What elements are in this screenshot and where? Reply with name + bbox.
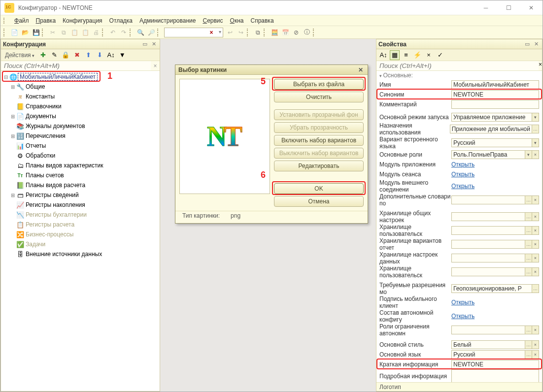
tree-item[interactable]: 📊Отчеты <box>1 141 160 151</box>
clear-field-icon[interactable]: × <box>532 254 539 262</box>
ellipsis-icon[interactable]: … <box>525 326 532 334</box>
tree-item[interactable]: 📋Регистры расчета <box>1 220 160 229</box>
tree-item[interactable]: 🗄Внешние источники данных <box>1 249 160 259</box>
menu-admin[interactable]: Администрирование <box>136 17 199 24</box>
cancel-button[interactable]: Отмена <box>274 196 364 207</box>
prop-group-main[interactable]: Основные: <box>376 71 542 80</box>
up-icon[interactable]: ⬆ <box>83 50 93 60</box>
save-icon[interactable]: 💾 <box>31 28 41 37</box>
ellipsis-icon[interactable]: … <box>525 254 532 262</box>
down-icon[interactable]: ⬇ <box>95 50 104 60</box>
tree-item[interactable]: ТтПланы счетов <box>1 170 160 180</box>
edit-button[interactable]: Редактировать <box>274 161 364 171</box>
categories-icon[interactable]: ▦ <box>390 50 400 60</box>
tree-item[interactable]: 📗Планы видов расчета <box>1 180 160 190</box>
props-search-input[interactable] <box>376 61 539 70</box>
main-style-field[interactable]: Белый <box>451 340 525 349</box>
calc-icon[interactable]: 🧮 <box>270 28 279 37</box>
paste2-icon[interactable]: 📋 <box>80 28 90 37</box>
store-data-field[interactable] <box>451 254 525 262</box>
open-auto-config-link[interactable]: Открыть <box>451 313 475 320</box>
auto-roles-field[interactable] <box>451 326 525 334</box>
store-common-field[interactable] <box>451 212 525 221</box>
mobile-perms-field[interactable]: Геопозиционирование, Р <box>451 284 532 293</box>
main-roles-field[interactable]: Роль.ПолныеПрава <box>451 150 525 159</box>
tree-item[interactable]: 🔀Бизнес-процессы <box>1 229 160 239</box>
tree-item[interactable]: ⊞🗃Регистры сведений <box>1 190 160 200</box>
chevron-down-icon[interactable]: ▾ <box>525 150 532 159</box>
nav-fwd-icon[interactable]: ↪ <box>236 28 246 37</box>
comment-field[interactable] <box>451 100 539 109</box>
sort-icon[interactable]: A↕ <box>106 50 116 60</box>
tree-item[interactable]: πКонстанты <box>1 92 160 101</box>
tree-item[interactable]: ⊞🔧Общие <box>1 82 160 92</box>
menu-help[interactable]: Справка <box>247 17 276 24</box>
menu-windows[interactable]: Окна <box>227 17 247 24</box>
clear-field-icon[interactable]: × <box>532 267 539 276</box>
ellipsis-icon[interactable]: … <box>525 350 532 359</box>
menu-debug[interactable]: Отладка <box>106 17 136 24</box>
ok-button[interactable]: OK <box>274 183 364 194</box>
search-clear-icon[interactable]: × <box>151 61 160 70</box>
menu-service[interactable]: Сервис <box>200 17 226 24</box>
panel-close-icon[interactable]: ✕ <box>150 40 158 48</box>
copy-window-icon[interactable]: ⧉ <box>253 28 263 37</box>
close-button[interactable]: ✕ <box>520 0 543 15</box>
search-next-icon[interactable]: 🔎 <box>146 28 156 37</box>
combo-clear-icon[interactable]: × <box>207 28 215 37</box>
choose-from-file-button[interactable]: Выбрать из файла <box>274 79 364 90</box>
props-search-clear-icon[interactable]: × <box>539 61 542 70</box>
menu-file[interactable]: Файл <box>11 17 32 24</box>
lock-icon[interactable]: 🔒 <box>61 50 70 60</box>
cut-icon[interactable]: ✂ <box>48 28 58 37</box>
clear-field-icon[interactable]: × <box>532 150 539 159</box>
ellipsis-icon[interactable]: … <box>532 125 539 133</box>
wand-icon[interactable]: ✎ <box>49 50 59 60</box>
lang-variant-select[interactable]: Русский <box>451 138 532 147</box>
props-close-icon[interactable]: ✕ <box>532 40 540 48</box>
launch-mode-select[interactable]: Управляемое приложение <box>451 113 532 122</box>
panel-pin-icon[interactable]: ▭ <box>141 40 149 48</box>
syntax-icon[interactable]: ⊘ <box>291 28 301 37</box>
events-icon[interactable]: ⚡ <box>412 50 422 60</box>
detail-info-field[interactable] <box>451 369 539 382</box>
tree-item[interactable]: 📒Справочники <box>1 101 160 111</box>
clear-field-icon[interactable]: × <box>532 340 539 349</box>
tree-item[interactable]: ⚙Обработки <box>1 151 160 161</box>
filter-icon[interactable]: ▼ <box>117 50 127 60</box>
maximize-button[interactable]: ☐ <box>497 0 520 15</box>
tree-item[interactable]: 📚Журналы документов <box>1 121 160 131</box>
ellipsis-icon[interactable]: … <box>525 340 532 349</box>
clear-button[interactable]: Очистить <box>274 92 364 102</box>
name-field[interactable]: МобильныйЛичныйКабинет <box>451 80 539 89</box>
paste-icon[interactable]: 📋 <box>69 28 79 37</box>
enable-variants-button[interactable]: Включить набор вариантов <box>274 135 364 146</box>
sort-az-icon[interactable]: A↕ <box>378 50 388 60</box>
print-icon[interactable]: 🖨 <box>91 28 101 37</box>
set-transparent-bg-button[interactable]: Установить прозрачный фон <box>274 109 364 120</box>
clear-field-icon[interactable]: × <box>532 226 539 235</box>
actions-dropdown[interactable]: Действия <box>3 52 36 59</box>
properties-list[interactable]: 2 3 4 Основные: ИмяМобильныйЛичныйКабине… <box>376 71 542 382</box>
tree-item[interactable]: ⊞🔢Перечисления <box>1 131 160 141</box>
open-icon[interactable]: 📂 <box>20 28 30 37</box>
toolbar-combo[interactable]: × <box>164 28 223 37</box>
chevron-down-icon[interactable]: ▾ <box>532 113 539 122</box>
ellipsis-icon[interactable]: … <box>525 226 532 235</box>
add-icon[interactable]: ✚ <box>38 50 48 60</box>
rows-icon[interactable]: ≡ <box>401 50 411 60</box>
menu-edit[interactable]: Правка <box>33 17 59 24</box>
clear-prop-icon[interactable]: × <box>424 50 434 60</box>
nav-back-icon[interactable]: ↩ <box>225 28 235 37</box>
redo-icon[interactable]: ↷ <box>119 28 129 37</box>
apply-prop-icon[interactable]: ✓ <box>435 50 445 60</box>
extra-dicts-field[interactable] <box>451 196 525 204</box>
clear-field-icon[interactable]: × <box>532 326 539 334</box>
open-ext-conn-link[interactable]: Открыть <box>451 183 475 190</box>
ellipsis-icon[interactable]: … <box>525 240 532 249</box>
open-mobile-sig-link[interactable]: Открыть <box>451 299 475 306</box>
tree-item[interactable]: 📈Регистры накопления <box>1 200 160 210</box>
store-user2-field[interactable] <box>451 267 525 276</box>
tree-item[interactable]: ✅Задачи <box>1 239 160 249</box>
tree-item[interactable]: 🗂Планы видов характеристик <box>1 161 160 170</box>
